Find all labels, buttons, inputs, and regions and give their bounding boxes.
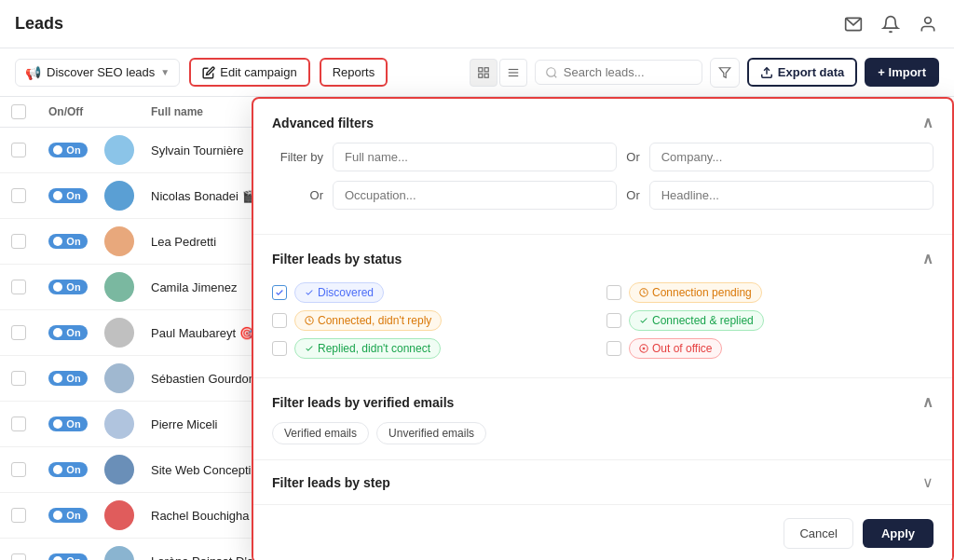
- row-checkbox[interactable]: [11, 188, 26, 203]
- status-item-connected-replied: Connected & replied: [606, 310, 934, 331]
- row-checkbox[interactable]: [11, 234, 26, 249]
- company-filter-input[interactable]: [649, 143, 934, 171]
- search-icon: [545, 66, 558, 79]
- email-filter-header: Filter leads by verified emails ∧: [272, 393, 934, 411]
- toolbar: 📢 Discover SEO leads ▼ Edit campaign Rep…: [0, 48, 954, 97]
- filter-button[interactable]: [710, 58, 740, 88]
- grid-view-button[interactable]: [470, 59, 497, 87]
- svg-rect-5: [484, 74, 488, 77]
- toolbar-right: Export data + Import: [470, 58, 939, 88]
- row-checkbox[interactable]: [11, 371, 26, 386]
- filter-row-occupation: Or Or: [272, 181, 934, 210]
- email-filter-row: Verified emails Unverified emails: [272, 422, 934, 444]
- advanced-filters-title: Advanced filters: [272, 116, 374, 130]
- replied-no-connect-checkbox[interactable]: [272, 341, 287, 356]
- filter-row-name: Filter by Or: [272, 143, 934, 171]
- toggle-switch[interactable]: On: [48, 143, 88, 157]
- campaign-selector[interactable]: 📢 Discover SEO leads ▼: [15, 59, 180, 87]
- connection-pending-badge: Connection pending: [629, 282, 762, 303]
- fullname-filter-input[interactable]: [333, 143, 617, 171]
- app-title: Leads: [15, 14, 63, 34]
- toggle-switch[interactable]: On: [48, 371, 88, 386]
- or-label-3: Or: [626, 188, 639, 202]
- unverified-emails-tag[interactable]: Unverified emails: [376, 422, 486, 444]
- svg-point-1: [925, 17, 932, 23]
- status-filter-title: Filter leads by status: [272, 252, 402, 266]
- or-label-2: Or: [272, 188, 323, 202]
- row-checkbox[interactable]: [11, 508, 26, 523]
- check-icon: [305, 288, 314, 297]
- connection-pending-checkbox[interactable]: [606, 285, 621, 300]
- check-icon-3: [305, 344, 314, 353]
- discovered-checkbox[interactable]: [272, 285, 287, 300]
- cancel-button[interactable]: Cancel: [784, 518, 852, 549]
- avatar: [104, 363, 134, 393]
- row-checkbox[interactable]: [11, 325, 26, 340]
- svg-marker-11: [719, 67, 730, 77]
- checkbox-header: [11, 104, 48, 119]
- reports-label: Reports: [333, 65, 375, 79]
- row-checkbox[interactable]: [11, 280, 26, 294]
- status-item-connected-no-reply: Connected, didn't reply: [272, 310, 599, 331]
- row-checkbox[interactable]: [11, 462, 26, 477]
- search-box[interactable]: [535, 60, 702, 85]
- toggle-switch[interactable]: On: [48, 508, 88, 523]
- clock-icon-2: [305, 316, 314, 325]
- x-circle-icon: [639, 344, 648, 353]
- headline-filter-input[interactable]: [649, 181, 934, 210]
- import-button[interactable]: + Import: [865, 58, 939, 87]
- avatar: [104, 181, 134, 211]
- status-item-discovered: Discovered: [272, 282, 599, 303]
- svg-line-10: [554, 75, 557, 77]
- out-of-office-checkbox[interactable]: [606, 341, 621, 356]
- step-filter-section[interactable]: Filter leads by step ∨: [253, 460, 952, 504]
- apply-button[interactable]: Apply: [863, 519, 934, 548]
- avatar: [104, 272, 134, 302]
- svg-rect-2: [479, 67, 483, 71]
- toggle-switch[interactable]: On: [48, 553, 88, 560]
- connected-replied-checkbox[interactable]: [606, 313, 621, 328]
- svg-rect-4: [479, 74, 483, 77]
- row-checkbox[interactable]: [11, 417, 26, 431]
- user-icon[interactable]: [917, 13, 939, 35]
- list-view-button[interactable]: [499, 59, 527, 87]
- chevron-down-icon: ▼: [160, 67, 170, 77]
- out-of-office-badge: Out of office: [629, 338, 722, 359]
- toggle-switch[interactable]: On: [48, 417, 88, 431]
- header-right: [842, 13, 939, 35]
- export-data-button[interactable]: Export data: [747, 58, 858, 87]
- reports-button[interactable]: Reports: [320, 58, 388, 87]
- toggle-switch[interactable]: On: [48, 188, 88, 203]
- avatar: [104, 455, 134, 485]
- toggle-switch[interactable]: On: [48, 234, 88, 249]
- edit-campaign-button[interactable]: Edit campaign: [189, 58, 309, 87]
- toggle-switch[interactable]: On: [48, 462, 88, 477]
- check-icon-2: [639, 316, 648, 325]
- avatar: [104, 135, 134, 165]
- advanced-filters-section: Advanced filters ∧ Filter by Or Or Or: [253, 99, 952, 235]
- verified-emails-tag[interactable]: Verified emails: [272, 422, 369, 444]
- campaign-name: Discover SEO leads: [47, 65, 155, 79]
- svg-point-9: [547, 67, 555, 75]
- row-checkbox[interactable]: [11, 143, 26, 157]
- panel-footer: Cancel Apply: [253, 504, 952, 560]
- toggle-switch[interactable]: On: [48, 325, 88, 340]
- row-checkbox[interactable]: [11, 553, 26, 560]
- app-header: Leads: [0, 0, 954, 48]
- search-input[interactable]: [564, 65, 685, 79]
- status-grid: Discovered Connection pending Connected,…: [272, 279, 934, 362]
- email-filter-title: Filter leads by verified emails: [272, 395, 454, 410]
- mail-icon[interactable]: [842, 13, 865, 35]
- status-filter-section: Filter leads by status ∧ Discovered: [253, 235, 952, 378]
- email-filter-chevron[interactable]: ∧: [922, 393, 934, 411]
- occupation-filter-input[interactable]: [333, 181, 617, 210]
- advanced-filters-chevron[interactable]: ∧: [922, 114, 934, 131]
- bell-icon[interactable]: [879, 13, 902, 35]
- avatar: [104, 318, 134, 348]
- megaphone-icon: 📢: [25, 65, 41, 80]
- connected-no-reply-checkbox[interactable]: [272, 313, 287, 328]
- toggle-switch[interactable]: On: [48, 280, 88, 294]
- status-filter-chevron[interactable]: ∧: [922, 250, 934, 267]
- onoff-header: On/Off: [48, 105, 104, 118]
- avatar: [104, 546, 134, 560]
